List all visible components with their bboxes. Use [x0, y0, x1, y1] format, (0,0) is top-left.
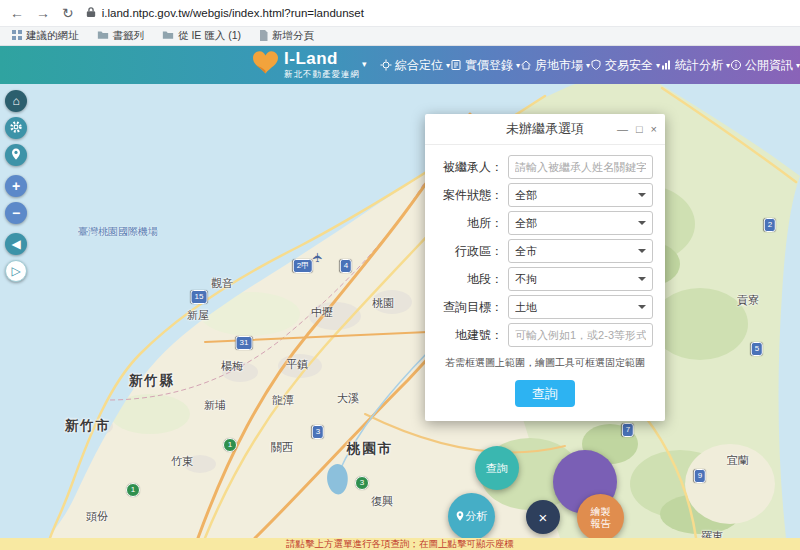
field-label: 地所： [437, 215, 508, 232]
section-select[interactable]: 不拘 [508, 267, 653, 291]
menu-statistics[interactable]: 統計分析 ▾ [660, 57, 730, 74]
report-fab-label-line1: 繪製 [591, 506, 611, 518]
dialog-form: 被繼承人： 案件狀態： 全部 地所： 全部 行政區： 全市 地段： 不拘 查詢目… [425, 145, 665, 347]
logo-title: I-Land [284, 50, 360, 67]
heir-name-input[interactable] [508, 155, 653, 179]
land-office-select[interactable]: 全部 [508, 211, 653, 235]
field-label: 行政區： [437, 243, 508, 260]
district-select[interactable]: 全市 [508, 239, 653, 263]
maximize-icon[interactable]: □ [636, 123, 643, 135]
report-fab[interactable]: 繪製 報告 [577, 494, 624, 541]
location-pin-icon [456, 511, 464, 523]
map-label: 觀音 [211, 276, 233, 291]
map-label: 龍潭 [272, 393, 294, 408]
next-extent-button[interactable]: ▷ [5, 260, 27, 282]
query-target-select[interactable]: 土地 [508, 295, 653, 319]
crosshair-icon [380, 59, 392, 71]
map-label: 新竹市 [65, 417, 112, 435]
back-icon[interactable]: ← [10, 6, 24, 20]
folder-icon [97, 30, 109, 42]
close-tools-fab[interactable]: × [526, 500, 560, 534]
folder-icon [162, 30, 174, 42]
field-label: 查詢目標： [437, 299, 508, 316]
road-badge: 2 [764, 218, 776, 232]
bookmark-suggested-sites[interactable]: 建議的網址 [12, 29, 79, 43]
road-badge: 15 [191, 290, 208, 304]
menu-label: 公開資訊 [745, 57, 793, 74]
map-label: 楊梅 [221, 359, 243, 374]
address-bar[interactable]: i.land.ntpc.gov.tw/webgis/index.html?run… [86, 6, 364, 20]
zoom-in-button[interactable]: + [5, 175, 27, 197]
logo-caret-icon[interactable]: ▾ [362, 59, 367, 69]
road-badge: 9 [694, 469, 706, 483]
map-label: 平鎮 [286, 357, 308, 372]
close-icon[interactable]: × [651, 123, 657, 135]
menu-public-info[interactable]: 公開資訊 ▾ [730, 57, 800, 74]
analyze-fab-label: 分析 [466, 509, 488, 524]
plus-icon: + [12, 178, 20, 194]
menu-label: 房地市場 [535, 57, 583, 74]
map-label: 關西 [271, 440, 293, 455]
minus-icon: − [12, 205, 20, 221]
logo-subtitle: 新北不動產愛連網 [284, 70, 360, 79]
site-logo[interactable]: I-Land 新北不動產愛連網 [253, 50, 360, 79]
field-district: 行政區： 全市 [437, 239, 653, 263]
page-icon [259, 30, 268, 43]
case-status-select[interactable]: 全部 [508, 183, 653, 207]
bookmark-imported-from-ie[interactable]: 從 IE 匯入 (1) [162, 29, 241, 43]
map-label: 新竹縣 [129, 372, 176, 390]
dialog-header: 未辦繼承選項 — □ × [425, 114, 665, 145]
road-badge: 3 [312, 425, 324, 439]
menu-housing-market[interactable]: 房地市場 ▾ [520, 57, 590, 74]
menu-locate[interactable]: 綜合定位 ▾ [380, 57, 450, 74]
parcel-number-input[interactable] [508, 323, 653, 347]
zoom-out-button[interactable]: − [5, 202, 27, 224]
map-canvas[interactable]: 臺灣桃園國際機場 ✈ 觀音新屋中壢桃園楊梅平鎮新竹縣新埔龍潭大溪新竹市關西竹東桃… [0, 84, 800, 538]
reload-icon[interactable]: ↻ [62, 6, 74, 20]
previous-extent-button[interactable]: ◀ [5, 233, 27, 255]
heart-logo-icon [253, 51, 278, 78]
bookmark-label: 從 IE 匯入 (1) [178, 29, 241, 43]
query-submit-button[interactable]: 查詢 [515, 380, 575, 407]
locate-button[interactable] [5, 144, 27, 166]
road-badge: 31 [236, 336, 253, 350]
status-bar: 請點擊上方選單進行各項查詢；在圖上點擊可顯示座標 [0, 538, 800, 550]
field-parcel-number: 地建號： [437, 323, 653, 347]
map-label: 羅東 [701, 529, 723, 539]
road-badge: 1 [126, 483, 140, 497]
url-text[interactable]: i.land.ntpc.gov.tw/webgis/index.html?run… [102, 7, 364, 19]
forward-icon[interactable]: → [36, 6, 50, 20]
bookmark-bookmarks-bar-folder[interactable]: 書籤列 [97, 29, 145, 43]
map-label: 宜蘭 [727, 453, 749, 468]
dialog-note: 若需框選圖上範圍，繪圖工具可框選固定範圍 [435, 356, 655, 370]
road-badge: 1 [223, 438, 237, 452]
menu-label: 綜合定位 [395, 57, 443, 74]
map-label: 復興 [371, 494, 393, 509]
minimize-icon[interactable]: — [617, 123, 628, 135]
home-icon: ⌂ [12, 94, 19, 108]
map-label: 貢寮 [737, 293, 759, 308]
map-label: 中壢 [311, 305, 333, 320]
arrow-left-icon: ◀ [11, 237, 20, 251]
analyze-fab[interactable]: 分析 [448, 493, 495, 540]
field-land-office: 地所： 全部 [437, 211, 653, 235]
house-icon [520, 59, 532, 71]
field-query-target: 查詢目標： 土地 [437, 295, 653, 319]
query-fab[interactable]: 查詢 [475, 446, 519, 490]
menu-price-registration[interactable]: 實價登錄 ▾ [450, 57, 520, 74]
map-settings-button[interactable] [5, 117, 27, 139]
menu-transaction-safety[interactable]: 交易安全 ▾ [590, 57, 660, 74]
map-label: 桃園 [372, 296, 394, 311]
bookmark-new-tab[interactable]: 新增分頁 [259, 29, 314, 43]
bookmark-label: 新增分頁 [272, 29, 314, 43]
chevron-down-icon: ▾ [796, 61, 800, 70]
document-icon [450, 59, 462, 71]
apps-grid-icon [12, 30, 22, 42]
road-badge: 5 [751, 342, 763, 356]
field-heir: 被繼承人： [437, 155, 653, 179]
arrow-right-icon: ▷ [11, 264, 20, 278]
home-extent-button[interactable]: ⌂ [5, 90, 27, 112]
field-case-status: 案件狀態： 全部 [437, 183, 653, 207]
field-label: 被繼承人： [437, 159, 508, 176]
lock-icon [86, 6, 96, 20]
